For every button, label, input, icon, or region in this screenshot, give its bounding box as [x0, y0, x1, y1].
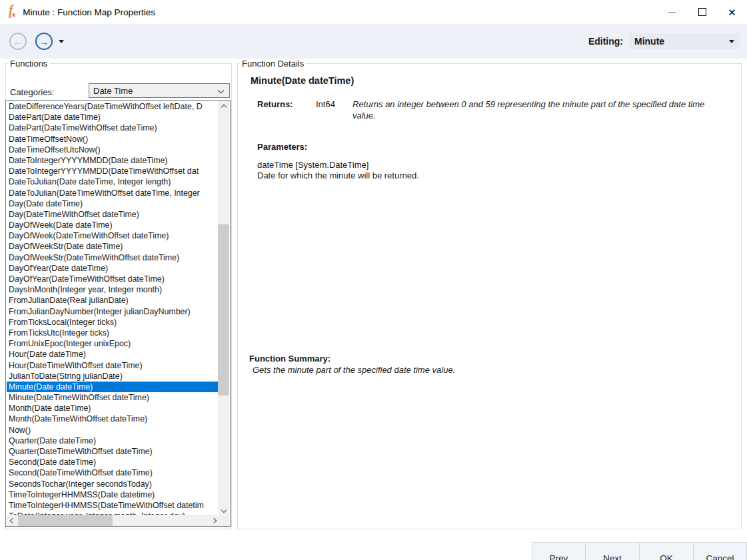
list-item[interactable]: Now() [7, 425, 219, 435]
list-item[interactable]: FromTicksUtc(Integer ticks) [7, 328, 219, 338]
list-item[interactable]: Day(DateTimeWithOffset dateTime) [7, 209, 219, 220]
vertical-scrollbar-thumb[interactable] [218, 224, 229, 396]
list-item[interactable]: FromTicksLocal(Integer ticks) [7, 317, 219, 328]
minimize-button[interactable] [657, 0, 687, 24]
list-item[interactable]: Month(DateTimeWithOffset dateTime) [7, 414, 219, 424]
list-item[interactable]: DayOfWeek(Date dateTime) [7, 220, 219, 230]
list-item[interactable]: DateTimeOffsetNow() [7, 134, 219, 144]
prev-button[interactable]: Prev [532, 542, 586, 560]
title-bar: fx Minute : Function Map Properties ✕ [0, 0, 747, 24]
categories-combobox[interactable]: Date Time [89, 83, 230, 98]
list-item[interactable]: Quarter(Date dateTime) [7, 435, 219, 446]
list-item[interactable]: Hour(DateTimeWithOffset dateTime) [7, 360, 219, 371]
list-item[interactable]: SecondsTochar(Integer secondsToday) [7, 479, 219, 489]
list-item[interactable]: DateToIntegerYYYYMMDD(DateTimeWithOffset… [7, 166, 219, 176]
list-item[interactable]: DayOfWeekStr(DateTimeWithOffset dateTime… [7, 252, 219, 263]
function-list: DateDifferenceYears(DateTimeWithOffset l… [7, 101, 219, 515]
list-item[interactable]: DateToJulian(Date dateTime, Integer leng… [7, 176, 219, 187]
list-item[interactable]: Second(Date dateTime) [7, 457, 219, 467]
window-controls: ✕ [657, 0, 747, 24]
close-icon: ✕ [728, 7, 736, 17]
returns-label: Returns: [257, 99, 293, 109]
list-item[interactable]: DayOfYear(DateTimeWithOffset dateTime) [7, 274, 219, 284]
list-item[interactable]: Minute(Date dateTime) [7, 382, 219, 392]
close-button[interactable]: ✕ [717, 0, 747, 24]
list-item[interactable]: TimeToIntegerHHMMSS(Date datetime) [7, 489, 219, 500]
maximize-button[interactable] [687, 0, 717, 24]
vertical-scrollbar[interactable] [218, 101, 229, 515]
list-item[interactable]: Quarter(DateTimeWithOffset dateTime) [7, 446, 219, 457]
list-item[interactable]: Hour(Date dateTime) [7, 349, 219, 360]
function-signature: Minute(Date dateTime) [251, 75, 354, 86]
list-item[interactable]: DayOfYear(Date dateTime) [7, 263, 219, 274]
list-item[interactable]: DaysInMonth(Integer year, Integer month) [7, 284, 219, 295]
function-map-properties-dialog: fx Minute : Function Map Properties ✕ ← … [0, 0, 747, 560]
list-item[interactable]: JulianToDate(String julianDate) [7, 371, 219, 382]
returns-type: Int64 [316, 99, 335, 109]
list-item[interactable]: DatePart(DateTimeWithOffset dateTime) [7, 123, 219, 133]
scroll-left-icon [9, 517, 15, 523]
function-summary-text: Gets the minute part of the specified da… [253, 365, 455, 375]
list-item[interactable]: Month(Date dateTime) [7, 403, 219, 414]
window-title: Minute : Function Map Properties [23, 7, 155, 17]
returns-description: Returns an integer between 0 and 59 repr… [353, 99, 729, 121]
scroll-left-button[interactable] [7, 515, 18, 526]
list-item[interactable]: TimeToIntegerHHMMSS(DateTimeWithOffset d… [7, 500, 219, 511]
function-details-group: Function Details Minute(Date dateTime) R… [237, 59, 742, 529]
list-item[interactable]: FromJulianDate(Real julianDate) [7, 295, 219, 306]
parameter-name: dateTime [System.DateTime] [257, 160, 369, 170]
maximize-icon [698, 8, 706, 16]
forward-arrow-icon: → [39, 37, 49, 47]
scroll-up-button[interactable] [218, 101, 229, 113]
editing-caret-down-icon [729, 40, 734, 43]
horizontal-scrollbar[interactable] [7, 515, 219, 526]
list-item[interactable]: Second(DateTimeWithOffset dateTime) [7, 467, 219, 478]
list-item[interactable]: FromJulianDayNumber(Integer julianDayNum… [7, 306, 219, 317]
list-item[interactable]: DayOfWeek(DateTimeWithOffset dateTime) [7, 230, 219, 241]
forward-button[interactable]: → [35, 33, 53, 50]
parameters-label: Parameters: [257, 142, 307, 152]
editing-zone: Editing: Minute [588, 33, 740, 49]
list-item[interactable]: DateToJulian(DateTimeWithOffset dateTime… [7, 188, 219, 198]
categories-label: Categories: [10, 87, 54, 97]
list-item[interactable]: Day(Date dateTime) [7, 198, 219, 209]
function-listbox[interactable]: DateDifferenceYears(DateTimeWithOffset l… [5, 100, 231, 527]
forward-dropdown-caret-icon[interactable] [59, 40, 64, 43]
list-item[interactable]: Minute(DateTimeWithOffset dateTime) [7, 392, 219, 403]
function-details-group-label: Function Details [239, 59, 307, 69]
footer-button-bar: Prev Next OK Cancel [0, 542, 747, 560]
navigation-toolbar: ← → Editing: Minute [0, 24, 747, 59]
fx-function-icon: fx [9, 3, 15, 21]
categories-combobox-value: Date Time [93, 86, 133, 96]
minimize-icon [668, 12, 676, 13]
scroll-up-icon [221, 104, 226, 109]
list-item[interactable]: DateToIntegerYYYYMMDD(Date dateTime) [7, 155, 219, 166]
list-item[interactable]: DayOfWeekStr(Date dateTime) [7, 241, 219, 252]
scroll-right-icon [211, 517, 216, 523]
back-arrow-icon: ← [13, 37, 23, 47]
next-button[interactable]: Next [585, 542, 640, 560]
scroll-down-button[interactable] [218, 504, 229, 515]
function-summary-label: Function Summary: [249, 354, 331, 364]
list-item[interactable]: DateTimeOffsetUtcNow() [7, 144, 219, 155]
back-button[interactable]: ← [9, 33, 27, 50]
cancel-button[interactable]: Cancel [693, 542, 747, 560]
parameter-description: Date for which the minute will be return… [257, 170, 419, 180]
editing-combobox-value: Minute [634, 36, 664, 47]
scrollbar-corner [218, 515, 229, 526]
list-item[interactable]: DatePart(Date dateTime) [7, 112, 219, 123]
list-item[interactable]: DateDifferenceYears(DateTimeWithOffset l… [7, 101, 219, 112]
editing-combobox[interactable]: Minute [629, 33, 740, 49]
categories-chevron-down-icon [218, 87, 225, 94]
horizontal-scrollbar-thumb[interactable] [18, 515, 113, 526]
list-item[interactable]: FromUnixEpoc(Integer unixEpoc) [7, 338, 219, 349]
editing-label: Editing: [588, 36, 623, 47]
functions-group-label: Functions [7, 59, 50, 69]
ok-button[interactable]: OK [639, 542, 694, 560]
scroll-down-icon [221, 507, 226, 512]
